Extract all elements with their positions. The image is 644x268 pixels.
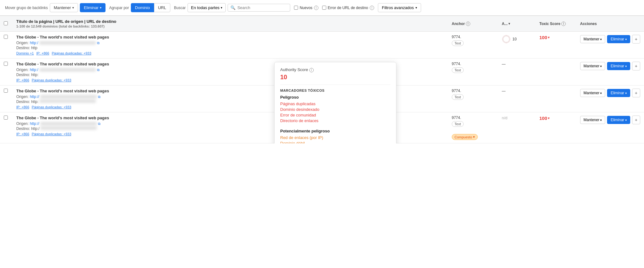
en-todas-partes-dropdown[interactable]: En todas partes ▾ [188, 3, 226, 12]
anchor-tag-text: Text [452, 40, 464, 46]
nuevos-info-icon[interactable]: i [314, 6, 318, 10]
row-anchor-cell: 9774. Text [448, 32, 498, 59]
external-link-icon[interactable]: ⧉ [98, 122, 100, 126]
row-link[interactable]: IP: +866 [16, 132, 29, 136]
row-eliminar-button[interactable]: Eliminar ▾ [607, 89, 630, 97]
mantener-row-chevron: ▾ [600, 118, 602, 122]
destination-label: Destino: [16, 46, 30, 50]
external-link-icon[interactable]: ⧉ [97, 68, 100, 72]
row-checkbox-cell [0, 59, 13, 85]
destination-url: http [31, 46, 37, 50]
actions-cell: Mantener ▾ Eliminar ▾ + [580, 89, 640, 97]
anchor-number: 9774. [452, 116, 461, 120]
row-plus-button[interactable]: + [632, 62, 640, 70]
destination-url: http: [31, 100, 38, 104]
toxic-score-value[interactable]: 100 ▾ [539, 35, 573, 40]
row-link[interactable]: IP: +866 [16, 105, 29, 109]
actions-cell: Mantener ▾ Eliminar ▾ + [580, 62, 640, 70]
anchor-tag-text: Text [452, 67, 464, 73]
anchor-cell: 9774. Text [452, 89, 494, 100]
actions-cell: Mantener ▾ Eliminar ▾ + [580, 35, 640, 44]
tooltip-dangerous-item: Error de comunidad [280, 113, 390, 117]
row-link[interactable]: Dominio +1 [16, 51, 34, 55]
filtros-avanzados-button[interactable]: Filtros avanzados ▾ [378, 3, 421, 12]
row-plus-button[interactable]: + [632, 116, 640, 124]
toxic-chevron: ▾ [548, 116, 549, 120]
row-mantener-button[interactable]: Mantener ▾ [580, 62, 605, 70]
row-link[interactable]: Páginas duplicadas: +933 [52, 51, 91, 55]
row-mantener-button[interactable]: Mantener ▾ [580, 116, 605, 124]
row-toxic-cell: 100 ▾ [536, 32, 576, 59]
row-checkbox[interactable] [4, 62, 8, 66]
authority-number: 10 [513, 37, 517, 41]
row-link[interactable]: Páginas duplicadas: +933 [32, 105, 71, 109]
error-url-checkbox[interactable] [322, 6, 326, 10]
anchor-number: 9774. [452, 62, 461, 66]
row-link[interactable]: Páginas duplicadas: +933 [32, 78, 71, 82]
row-checkbox[interactable] [4, 89, 8, 93]
eliminar-row-chevron: ▾ [625, 91, 627, 95]
anchor-cell: 9774. Text [452, 62, 494, 73]
row-mantener-button[interactable]: Mantener ▾ [580, 89, 605, 97]
row-link[interactable]: IP: +866 [16, 78, 29, 82]
nuevos-checkbox[interactable] [294, 6, 298, 10]
authority-number: — [502, 62, 506, 66]
nuevos-label: Nuevos [300, 6, 312, 10]
mantener-row-chevron: ▾ [600, 38, 602, 41]
tooltip-dangerous-item: Páginas duplicadas [280, 101, 390, 106]
row-plus-button[interactable]: + [632, 89, 640, 97]
row-authority-cell: 10 [498, 32, 536, 59]
table-row: The Globe - The world's most visited web… [0, 32, 644, 59]
search-input[interactable] [237, 5, 287, 10]
error-url-info-icon[interactable]: i [370, 6, 374, 10]
authority-cell[interactable]: 10 [502, 35, 532, 44]
mantener-button[interactable]: Mantener ▾ [50, 3, 78, 12]
eliminar-row-chevron: ▾ [625, 64, 627, 68]
anchor-tag-compound[interactable]: Compuesto ▾ [452, 134, 478, 140]
anchor-tag-text: Text [452, 94, 464, 100]
origin-label: Origen: [16, 68, 28, 72]
dominio-segment[interactable]: Dominio [131, 3, 154, 12]
external-link-icon[interactable]: ⧉ [97, 41, 100, 45]
select-all-checkbox[interactable] [4, 21, 8, 25]
col-actions-header: Acciones [580, 22, 597, 26]
tooltip-dangerous-item: Directorio de enlaces [280, 118, 390, 123]
svg-point-1 [503, 36, 510, 43]
toxic-info-icon[interactable]: i [561, 22, 566, 26]
row-anchor-cell: 9774. Text [448, 85, 498, 112]
row-eliminar-button[interactable]: Eliminar ▾ [607, 116, 630, 124]
eliminar-button[interactable]: Eliminar ▾ [80, 3, 106, 12]
row-mantener-button[interactable]: Mantener ▾ [580, 35, 605, 43]
row-authority-cell: n/d [498, 112, 536, 143]
row-actions-cell: Mantener ▾ Eliminar ▾ + [576, 85, 644, 112]
col-title-header: Título de la página | URL de origen | UR… [16, 19, 444, 28]
destination-url: http: [31, 73, 38, 77]
origin-url: http:/ [30, 41, 38, 45]
search-icon: 🔍 [230, 5, 235, 10]
url-segment[interactable]: URL [154, 3, 170, 12]
move-group-label: Mover grupo de backlinks [5, 6, 48, 10]
eliminar-chevron: ▾ [100, 6, 101, 9]
anchor-number: 9774. [452, 89, 461, 93]
row-toxic-cell [536, 85, 576, 112]
col-toxic-header: Toxic Score [539, 22, 560, 26]
row-checkbox-cell [0, 112, 13, 143]
row-link[interactable]: Páginas duplicadas: +933 [32, 132, 71, 136]
authority-sort-chevron[interactable]: ▾ [508, 22, 510, 25]
row-eliminar-button[interactable]: Eliminar ▾ [607, 62, 630, 70]
row-plus-button[interactable]: + [632, 35, 640, 44]
col-authority-header: A... [502, 22, 508, 26]
toxic-score-value[interactable]: 100 ▾ [539, 116, 573, 121]
tooltip-info-icon[interactable]: i [309, 68, 314, 72]
row-toxic-cell: 100 ▾ [536, 112, 576, 143]
external-link-icon[interactable]: ⧉ [98, 95, 100, 99]
row-link[interactable]: IP: +866 [36, 51, 49, 55]
tooltip-toxic-section-title: MARCADORES TÓXICOS [280, 89, 390, 92]
mantener-row-chevron: ▾ [600, 64, 602, 68]
anchor-info-icon[interactable]: i [466, 22, 470, 26]
row-checkbox[interactable] [4, 116, 8, 120]
row-checkbox[interactable] [4, 35, 8, 39]
anchor-cell: 9774. TextCompuesto ▾ [452, 116, 494, 140]
row-eliminar-button[interactable]: Eliminar ▾ [607, 35, 630, 43]
actions-cell: Mantener ▾ Eliminar ▾ + [580, 116, 640, 124]
